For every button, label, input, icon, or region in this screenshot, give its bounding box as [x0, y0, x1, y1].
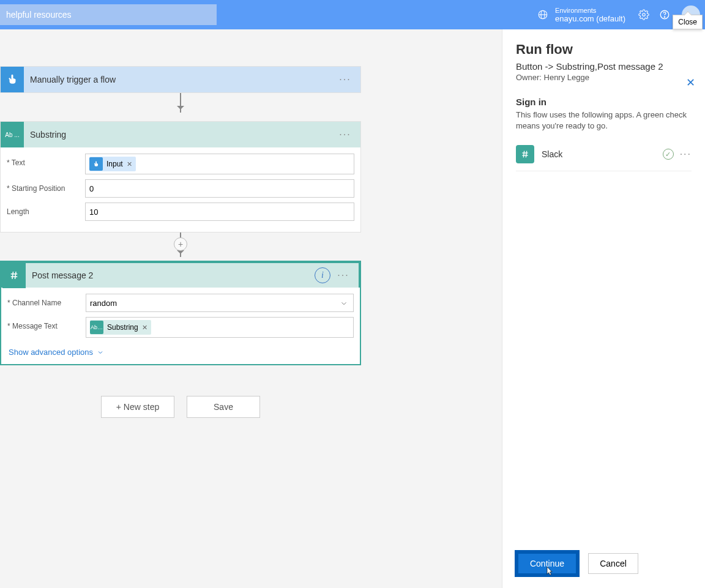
- globe-icon: [537, 9, 549, 21]
- env-name: enayu.com (default): [555, 15, 625, 23]
- start-label: Starting Position: [7, 179, 85, 193]
- text-label: Text: [7, 154, 85, 167]
- app-name: Slack: [542, 149, 663, 159]
- environment-picker[interactable]: Environments enayu.com (default): [537, 6, 625, 23]
- token-remove[interactable]: ✕: [127, 160, 132, 168]
- token-label: Input: [106, 160, 123, 168]
- channel-label: Channel Name: [7, 294, 86, 307]
- svg-line-9: [15, 272, 17, 279]
- check-icon: ✓: [663, 149, 674, 160]
- run-flow-panel: ✕ Run flow Button -> Substring,Post mess…: [502, 29, 705, 588]
- token-remove[interactable]: ✕: [142, 324, 147, 332]
- length-field[interactable]: [89, 207, 350, 217]
- help-icon[interactable]: [658, 9, 671, 21]
- panel-title: Run flow: [516, 42, 692, 58]
- substring-token[interactable]: Ab… Substring ✕: [90, 320, 151, 335]
- post-menu[interactable]: ···: [334, 270, 352, 281]
- text-func-icon: Ab ...: [1, 122, 24, 147]
- substring-menu[interactable]: ···: [336, 129, 354, 140]
- search-input[interactable]: [0, 4, 217, 25]
- svg-line-12: [523, 151, 524, 158]
- chevron-down-icon[interactable]: [340, 299, 348, 310]
- post-body: Channel Name random Message Text Ab… Sub…: [1, 288, 360, 364]
- save-button[interactable]: Save: [187, 396, 260, 418]
- svg-line-8: [12, 272, 13, 279]
- slack-icon: [516, 145, 534, 163]
- top-bar: Environments enayu.com (default): [0, 0, 705, 29]
- app-row-slack: Slack ✓ ···: [516, 145, 692, 171]
- bottom-actions: + New step Save: [0, 396, 361, 418]
- panel-owner: Owner: Henry Legge: [516, 73, 692, 82]
- signin-desc: This flow uses the following apps. A gre…: [516, 110, 692, 132]
- touch-icon-small: [89, 157, 103, 171]
- text-input[interactable]: Input ✕: [85, 154, 354, 174]
- env-text: Environments enayu.com (default): [555, 6, 625, 23]
- trigger-card[interactable]: Manually trigger a flow ···: [0, 66, 361, 93]
- arrow-1: [0, 93, 361, 121]
- post-header[interactable]: Post message 2 i ···: [1, 262, 360, 288]
- svg-line-13: [526, 151, 526, 158]
- advanced-label: Show advanced options: [9, 348, 93, 357]
- channel-value: random: [90, 299, 117, 308]
- signin-heading: Sign in: [516, 97, 692, 107]
- cancel-button[interactable]: Cancel: [588, 553, 638, 574]
- substring-body: Text Input ✕ Starting Position Length: [1, 147, 360, 232]
- length-label: Length: [7, 203, 85, 216]
- msg-label: Message Text: [7, 317, 86, 330]
- continue-highlight: Continue: [515, 550, 580, 577]
- new-step-button[interactable]: + New step: [101, 396, 174, 418]
- post-message-card[interactable]: Post message 2 i ··· Channel Name random…: [0, 261, 361, 365]
- close-tooltip: Close: [673, 15, 703, 29]
- trigger-menu[interactable]: ···: [336, 74, 354, 85]
- env-label: Environments: [555, 6, 625, 15]
- start-field[interactable]: [89, 184, 350, 193]
- msg-input[interactable]: Ab… Substring ✕: [86, 317, 354, 338]
- close-icon[interactable]: ✕: [686, 76, 695, 89]
- app-menu[interactable]: ···: [680, 149, 692, 160]
- length-input[interactable]: [85, 203, 354, 221]
- channel-input[interactable]: random: [86, 294, 354, 312]
- substring-title: Substring: [24, 130, 336, 140]
- panel-footer: Continue Cancel: [502, 541, 705, 588]
- post-title: Post message 2: [26, 270, 315, 280]
- svg-point-3: [643, 13, 646, 17]
- panel-subtitle: Button -> Substring,Post message 2: [516, 61, 692, 72]
- token-label: Substring: [107, 323, 138, 332]
- arrow-2: +: [0, 233, 361, 261]
- show-advanced-link[interactable]: Show advanced options: [7, 343, 354, 358]
- text-func-icon-small: Ab…: [90, 321, 103, 334]
- continue-button[interactable]: Continue: [518, 554, 576, 573]
- panel-body: Run flow Button -> Substring,Post messag…: [502, 29, 705, 541]
- gear-icon[interactable]: [638, 9, 650, 21]
- chevron-down-icon: [97, 349, 104, 356]
- flow-canvas: Manually trigger a flow ··· Ab ... Subst…: [0, 29, 502, 588]
- touch-icon: [1, 67, 24, 92]
- input-token[interactable]: Input ✕: [89, 157, 136, 171]
- trigger-title: Manually trigger a flow: [24, 75, 336, 84]
- add-step-icon[interactable]: +: [174, 237, 187, 251]
- substring-card[interactable]: Ab ... Substring ··· Text Input ✕ Starti…: [0, 121, 361, 233]
- start-input[interactable]: [85, 179, 354, 198]
- substring-header[interactable]: Ab ... Substring ···: [1, 122, 360, 147]
- trigger-header[interactable]: Manually trigger a flow ···: [1, 67, 360, 92]
- info-icon[interactable]: i: [315, 267, 330, 283]
- hash-icon: [2, 262, 26, 288]
- svg-point-5: [664, 17, 665, 17]
